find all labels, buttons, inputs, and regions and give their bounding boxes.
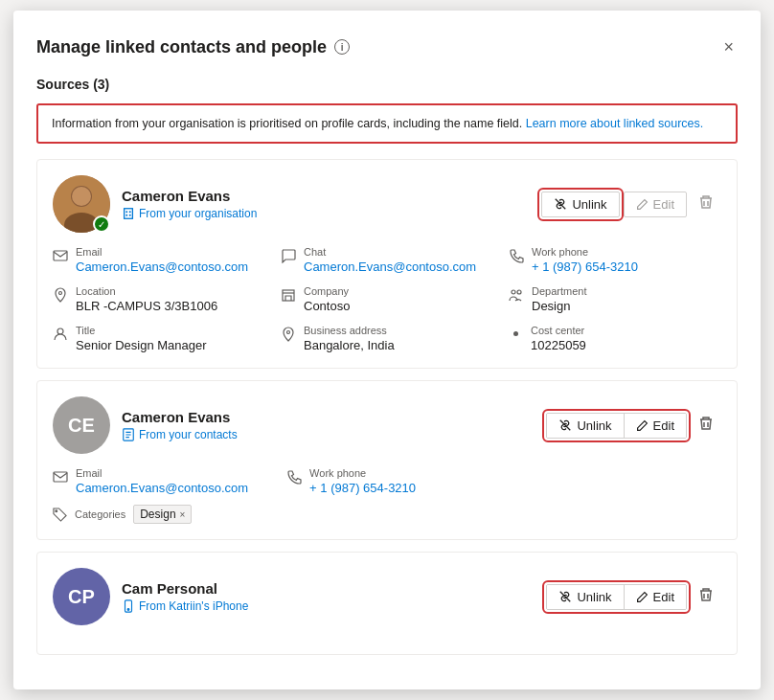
phone-link-1[interactable]: + 1 (987) 654-3210	[532, 260, 638, 274]
unlink-button-3[interactable]: Unlink	[547, 585, 624, 609]
unlink-button-1[interactable]: Unlink	[541, 192, 619, 217]
info-banner: Information from your organisation is pr…	[36, 103, 738, 145]
contact-source-3: From Katriin's iPhone	[122, 599, 248, 613]
edit-button-2[interactable]: Edit	[625, 414, 686, 438]
svg-rect-7	[125, 215, 127, 216]
email-link-2[interactable]: Cameron.Evans@contoso.com	[76, 481, 248, 495]
phone-icon-2	[286, 469, 302, 485]
contact-card-cameron-org: ✓ Cameron Evans From your organisation	[36, 159, 738, 369]
svg-rect-5	[125, 212, 127, 214]
contact-name-1: Cameron Evans	[122, 188, 257, 204]
edit-icon-1	[636, 198, 649, 211]
contact-info-left-3: CP Cam Personal From Katriin's iPhone	[53, 568, 248, 625]
avatar-cameron-contacts: CE	[53, 396, 110, 454]
contact-info-left-1: ✓ Cameron Evans From your organisation	[53, 175, 257, 233]
detail-department-1: Department Design	[509, 285, 721, 313]
avatar-cameron-org: ✓	[53, 175, 110, 233]
phone-link-2[interactable]: + 1 (987) 654-3210	[309, 481, 416, 495]
edit-button-1[interactable]: Edit	[624, 192, 687, 217]
business-address-icon	[281, 327, 296, 342]
contact-actions-1: Unlink Edit	[541, 190, 721, 218]
delete-button-2[interactable]	[691, 411, 721, 440]
trash-icon-2	[698, 416, 714, 431]
svg-rect-4	[125, 209, 133, 219]
categories-section: Categories Design ×	[53, 505, 721, 524]
detail-phone-2: Work phone + 1 (987) 654-3210	[286, 467, 416, 495]
svg-point-16	[287, 331, 290, 334]
detail-business-address-1: Business address Bangalore, India	[281, 325, 493, 352]
contact-name-3: Cam Personal	[122, 580, 248, 597]
contact-actions-2: Unlink Edit	[546, 411, 721, 440]
category-tag-design: Design ×	[133, 505, 192, 524]
cost-center-dot	[509, 327, 523, 341]
categories-label: Categories	[75, 508, 125, 520]
detail-location-1: Location BLR -CAMPUS 3/3B1006	[53, 285, 265, 313]
location-icon-1	[53, 287, 68, 303]
contact-actions-3: Unlink Edit	[546, 582, 721, 611]
dialog-title: Manage linked contacts and people i	[36, 37, 350, 57]
department-icon	[509, 287, 524, 303]
chat-link-1[interactable]: Cameron.Evans@contoso.com	[304, 260, 476, 274]
unlink-icon-2	[558, 418, 572, 432]
email-icon	[53, 248, 68, 263]
svg-point-15	[57, 328, 63, 334]
contact-header-1: ✓ Cameron Evans From your organisation	[53, 175, 721, 233]
contact-details-1: Email Cameron.Evans@contoso.com Chat Cam…	[53, 246, 721, 352]
contact-info-left-2: CE Cameron Evans From your contacts	[53, 396, 238, 454]
title-icon	[53, 327, 68, 342]
contact-details-2: Email Cameron.Evans@contoso.com Work pho…	[53, 467, 721, 495]
detail-email-2: Email Cameron.Evans@contoso.com	[53, 467, 248, 495]
contact-card-cam-personal: CP Cam Personal From Katriin's iPhone	[36, 552, 738, 655]
close-button[interactable]: ×	[719, 34, 738, 61]
contact-card-cameron-contacts: CE Cameron Evans From your contacts	[36, 380, 738, 540]
svg-point-14	[517, 290, 521, 294]
learn-more-link[interactable]: Learn more about linked sources.	[526, 117, 704, 130]
chat-icon	[281, 248, 296, 263]
manage-contacts-dialog: Manage linked contacts and people i × So…	[13, 11, 761, 690]
svg-point-11	[59, 292, 62, 295]
trash-icon-3	[698, 587, 714, 602]
unlink-edit-group-2: Unlink Edit	[546, 413, 687, 439]
svg-point-22	[127, 609, 129, 611]
unlink-icon-3	[558, 590, 572, 603]
detail-company-1: Company Contoso	[281, 285, 493, 313]
contact-header-3: CP Cam Personal From Katriin's iPhone	[53, 568, 721, 625]
company-icon	[281, 287, 296, 303]
detail-cost-center-1: Cost center 10225059	[509, 325, 721, 352]
detail-email-1: Email Cameron.Evans@contoso.com	[53, 246, 265, 274]
detail-title-1: Title Senior Design Manager	[53, 325, 265, 352]
tag-close-design[interactable]: ×	[180, 509, 186, 520]
svg-point-13	[512, 290, 515, 294]
unlink-icon-1	[554, 197, 567, 211]
svg-rect-19	[54, 472, 67, 482]
building-icon	[122, 207, 135, 220]
contact-source-1: From your organisation	[122, 207, 257, 220]
contact-name-2: Cameron Evans	[122, 409, 238, 425]
delete-button-1[interactable]	[691, 190, 721, 218]
edit-button-3[interactable]: Edit	[625, 585, 686, 609]
dialog-header: Manage linked contacts and people i ×	[36, 34, 738, 61]
email-icon-2	[53, 469, 68, 485]
info-icon[interactable]: i	[334, 39, 350, 55]
email-link-1[interactable]: Cameron.Evans@contoso.com	[76, 260, 248, 274]
svg-rect-10	[54, 251, 67, 260]
sources-label: Sources (3)	[36, 77, 738, 92]
contact-name-section-1: Cameron Evans From your organisation	[122, 188, 257, 220]
svg-point-20	[56, 510, 57, 512]
phone-source-icon	[122, 599, 135, 613]
edit-icon-3	[636, 591, 649, 603]
detail-chat-1: Chat Cameron.Evans@contoso.com	[281, 246, 493, 274]
unlink-button-2[interactable]: Unlink	[547, 414, 624, 438]
svg-point-3	[72, 187, 91, 206]
detail-phone-1: Work phone + 1 (987) 654-3210	[509, 246, 721, 274]
title-text: Manage linked contacts and people	[36, 37, 327, 57]
contact-header-2: CE Cameron Evans From your contacts	[53, 396, 721, 454]
trash-icon-1	[698, 194, 714, 210]
contact-source-2: From your contacts	[122, 428, 238, 441]
contacts-icon	[122, 428, 135, 441]
verified-badge: ✓	[93, 215, 110, 233]
info-banner-text: Information from your organisation is pr…	[52, 117, 526, 130]
delete-button-3[interactable]	[691, 582, 721, 611]
unlink-edit-group-3: Unlink Edit	[546, 584, 687, 610]
tag-icon	[53, 508, 67, 522]
